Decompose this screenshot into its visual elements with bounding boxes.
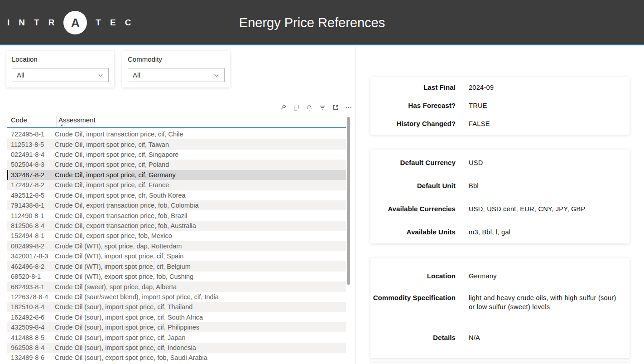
row-assessment: Crude Oil, import transaction price, cif… <box>55 131 346 138</box>
row-assessment: Crude Oil (sour), import spot price, cif… <box>55 314 346 321</box>
table-row[interactable]: 3420017-8-3Crude Oil (WTI), import spot … <box>7 251 346 261</box>
row-assessment: Crude Oil (sour/sweet blend), import spo… <box>55 293 346 301</box>
detail-field: DetailsN/A <box>370 334 630 355</box>
row-assessment: Crude Oil, import spot price, cif, Polan… <box>55 161 346 168</box>
row-code: 502504-8-3 <box>7 161 55 168</box>
logo-letter: T <box>34 18 40 28</box>
row-code: 182510-8-4 <box>7 303 55 311</box>
detail-field: Has Forecast?TRUE <box>370 102 630 118</box>
commodity-dropdown-value: All <box>133 71 140 79</box>
table-row[interactable]: 462496-8-2Crude Oil (WTI), import spot p… <box>7 261 346 271</box>
row-code: 412488-8-5 <box>7 334 55 341</box>
row-assessment: Crude Oil, import spot price, cif, Franc… <box>55 181 346 189</box>
detail-field: Default CurrencyUSD <box>370 159 630 175</box>
field-value: USD <box>469 159 630 168</box>
row-assessment: Crude Oil, import spot price, cif, Taiwa… <box>55 141 346 148</box>
field-label: Last Final <box>370 83 456 91</box>
logo-letter: R <box>48 18 55 28</box>
chevron-down-icon <box>213 72 220 78</box>
row-assessment: Crude Oil (sour), import spot price, cif… <box>55 334 346 341</box>
table-row[interactable]: 112513-8-5Crude Oil, import spot price, … <box>7 139 346 149</box>
field-value: m3, Bbl, l, gal <box>469 228 630 237</box>
row-code: 682493-8-1 <box>7 283 55 291</box>
table-row[interactable]: 812506-8-4Crude Oil, export transaction … <box>7 221 346 231</box>
location-filter-label: Location <box>12 55 38 63</box>
commodity-filter-label: Commodity <box>128 55 162 63</box>
row-assessment: Crude Oil (WTI), export spot price, fob,… <box>55 273 346 280</box>
table-row[interactable]: 492512-8-5Crude Oil, import spot price, … <box>7 190 346 200</box>
alert-icon[interactable] <box>306 104 313 112</box>
row-assessment: Crude Oil, import spot price, cif, Germa… <box>55 171 346 179</box>
commodity-filter-card: Commodity All <box>122 51 230 87</box>
row-code: 152494-8-1 <box>7 232 55 239</box>
field-label: Default Currency <box>370 159 456 166</box>
chevron-down-icon <box>97 72 104 78</box>
table-row[interactable]: 152494-8-1Crude Oil, export spot price, … <box>7 231 346 241</box>
detail-field: Available CurrenciesUSD, USD cent, EUR, … <box>370 205 630 221</box>
field-value: USD, USD cent, EUR, CNY, JPY, GBP <box>469 205 630 214</box>
sort-descending-icon: ▼ <box>60 124 63 127</box>
row-code: 68520-8-1 <box>7 273 55 280</box>
column-header-code[interactable]: Code <box>11 116 27 124</box>
table-scrollbar[interactable] <box>347 115 351 364</box>
field-label: Commodity Specification <box>370 294 456 301</box>
row-code: 462496-8-2 <box>7 263 55 270</box>
intratec-logo: INTRATEC <box>7 0 131 45</box>
table-row[interactable]: 182510-8-4Crude Oil (sour), import spot … <box>7 302 346 312</box>
detail-field: Available Unitsm3, Bbl, l, gal <box>370 228 630 244</box>
field-label: Default Unit <box>370 182 456 189</box>
pin-icon[interactable] <box>279 104 287 112</box>
row-code: 3420017-8-3 <box>7 252 55 260</box>
table-row[interactable]: 722495-8-1Crude Oil, import transaction … <box>7 129 346 139</box>
field-value: Germany <box>469 272 630 281</box>
row-assessment: Crude Oil, import spot price, cfr, South… <box>55 192 346 199</box>
field-value: 2024-09 <box>469 83 630 92</box>
filter-icon[interactable] <box>319 104 326 112</box>
scrollbar-thumb[interactable] <box>347 117 350 285</box>
table-row[interactable]: 1226378-8-4Crude Oil (sour/sweet blend),… <box>7 292 346 302</box>
table-row[interactable]: 682493-8-1Crude Oil (sweet), spot price,… <box>7 281 346 291</box>
table-row[interactable]: 172497-8-2Crude Oil, import spot price, … <box>7 180 346 190</box>
table-row[interactable]: 791438-8-1Crude Oil, export transaction … <box>7 200 346 210</box>
row-assessment: Crude Oil (sour), import spot price, cif… <box>55 344 346 351</box>
table-row[interactable]: 332487-8-2Crude Oil, import spot price, … <box>7 170 346 180</box>
copy-icon[interactable] <box>293 104 300 112</box>
row-code: 132489-8-6 <box>7 354 55 361</box>
field-value: FALSE <box>469 120 630 129</box>
row-code: 112490-8-1 <box>7 212 55 219</box>
table-row[interactable]: 112490-8-1Crude Oil, export transaction … <box>7 210 346 220</box>
row-assessment: Crude Oil (WTI), import spot price, cif,… <box>55 263 346 270</box>
table-row[interactable]: 68520-8-1Crude Oil (WTI), export spot pr… <box>7 272 346 281</box>
row-code: 112513-8-5 <box>7 141 55 148</box>
row-assessment: Crude Oil (sweet), spot price, dap, Albe… <box>55 283 346 291</box>
field-value: light and heavy crude oils, with high su… <box>469 294 630 311</box>
field-value: N/A <box>469 334 630 343</box>
logo-letter: N <box>19 18 25 28</box>
table-rows: 722495-8-1Crude Oil, import transaction … <box>7 129 346 364</box>
focus-mode-icon[interactable] <box>332 104 339 112</box>
table-row[interactable]: 962508-8-4Crude Oil (sour), import spot … <box>7 343 346 353</box>
row-assessment: Crude Oil (sour), export spot price, fob… <box>55 354 346 361</box>
detail-field: Default UnitBbl <box>370 182 630 198</box>
table-row[interactable]: 412488-8-5Crude Oil (sour), import spot … <box>7 332 346 342</box>
table-row[interactable]: 082499-8-2Crude Oil (WTI), spot price, d… <box>7 241 346 251</box>
row-assessment: Crude Oil (sour), import spot price, cif… <box>55 303 346 311</box>
row-code: 332487-8-2 <box>7 171 55 179</box>
table-row[interactable]: 502504-8-3Crude Oil, import spot price, … <box>7 160 346 170</box>
logo-letter: E <box>110 18 116 28</box>
commodity-dropdown[interactable]: All <box>128 68 225 82</box>
table-row[interactable]: 432509-8-4Crude Oil (sour), import spot … <box>7 322 346 332</box>
detail-field: Commodity Specificationlight and heavy c… <box>370 294 630 334</box>
field-label: Details <box>370 334 456 341</box>
table-row[interactable]: 132489-8-6Crude Oil (sour), export spot … <box>7 353 346 363</box>
logo-letter: C <box>125 18 132 28</box>
table-row[interactable]: 022491-8-4Crude Oil, import spot price, … <box>7 150 346 160</box>
row-assessment: Crude Oil, export spot price, fob, Mexic… <box>55 232 346 239</box>
detail-card-status: Last Final2024-09Has Forecast?TRUEHistor… <box>370 77 630 135</box>
column-header-assessment[interactable]: Assessment <box>58 116 96 124</box>
location-dropdown[interactable]: All <box>12 68 109 82</box>
table-row[interactable]: 162492-8-6Crude Oil (sour), import spot … <box>7 312 346 322</box>
more-options-icon[interactable] <box>345 104 352 112</box>
row-assessment: Crude Oil, export transaction price, fob… <box>55 222 346 229</box>
row-assessment: Crude Oil, export transaction price, fob… <box>55 212 346 219</box>
